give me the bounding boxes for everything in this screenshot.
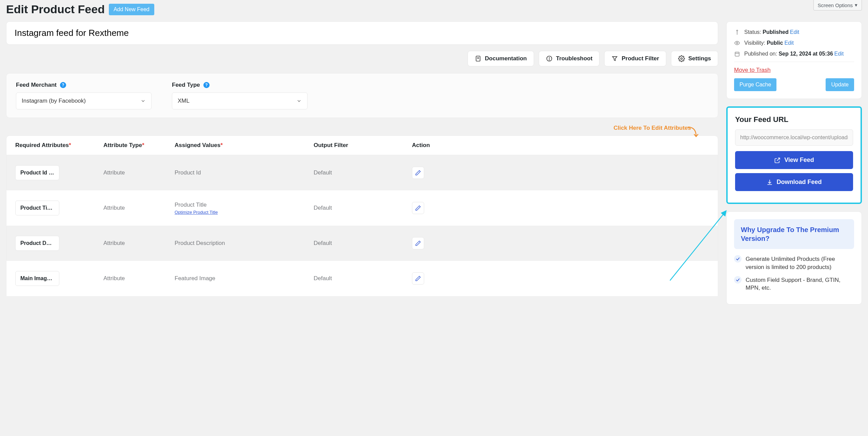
visibility-value: Public xyxy=(767,40,783,46)
feed-merchant-value: Instagram (by Facebook) xyxy=(22,98,86,104)
attribute-pill[interactable]: Main Image [… xyxy=(15,271,59,286)
attributes-table-header: Required Attributes* Attribute Type* Ass… xyxy=(6,136,718,155)
feed-type-select[interactable]: XML xyxy=(172,92,308,109)
assigned-value: Product TitleOptimize Product Title xyxy=(175,202,314,215)
troubleshoot-button[interactable]: Troubleshoot xyxy=(539,51,600,66)
feed-merchant-select[interactable]: Instagram (by Facebook) xyxy=(16,92,152,109)
edit-row-button[interactable] xyxy=(412,202,424,214)
chevron-down-icon: ▾ xyxy=(855,2,857,8)
assigned-value: Featured Image xyxy=(175,275,314,282)
upgrade-title: Why Upgrade To The Premium Version? xyxy=(741,225,847,243)
feed-merchant-label: Feed Merchant xyxy=(16,82,57,88)
pin-icon xyxy=(734,29,740,35)
output-filter-value: Default xyxy=(314,205,412,211)
settings-button[interactable]: Settings xyxy=(671,51,718,66)
edit-row-button[interactable] xyxy=(412,272,424,285)
gear-icon xyxy=(678,55,685,62)
screen-options-toggle[interactable]: Screen Options ▾ xyxy=(813,0,862,11)
merchant-panel: Feed Merchant ? Instagram (by Facebook) … xyxy=(6,73,718,118)
chevron-down-icon xyxy=(140,98,146,104)
published-on-edit-link[interactable]: Edit xyxy=(834,51,844,57)
col-assigned-values: Assigned Values xyxy=(175,142,220,148)
pencil-icon xyxy=(415,170,421,176)
pencil-icon xyxy=(415,275,421,282)
pencil-icon xyxy=(415,205,421,211)
visibility-edit-link[interactable]: Edit xyxy=(784,40,794,46)
attribute-pill[interactable]: Product Id [id] xyxy=(15,165,59,180)
status-label: Status: xyxy=(744,29,761,35)
edit-row-button[interactable] xyxy=(412,237,424,249)
table-row: Main Image [… Attribute Featured Image D… xyxy=(6,261,718,296)
attribute-type-value: Attribute xyxy=(103,275,175,282)
svg-point-7 xyxy=(680,58,682,60)
help-icon[interactable]: ? xyxy=(203,82,210,88)
optimize-title-link[interactable]: Optimize Product Title xyxy=(175,210,314,215)
status-value: Published xyxy=(763,29,788,35)
product-filter-button[interactable]: Product Filter xyxy=(604,51,666,66)
upgrade-box: Why Upgrade To The Premium Version? Gene… xyxy=(726,211,862,305)
col-attribute-type: Attribute Type xyxy=(103,142,142,148)
feed-type-value: XML xyxy=(178,98,190,104)
output-filter-value: Default xyxy=(314,169,412,176)
doc-icon xyxy=(475,55,481,62)
attribute-pill[interactable]: Product Desc… xyxy=(15,236,59,251)
page-title: Edit Product Feed xyxy=(6,3,105,16)
feed-title-input[interactable] xyxy=(15,28,710,38)
download-feed-button[interactable]: Download Feed xyxy=(735,173,853,191)
help-icon[interactable]: ? xyxy=(60,82,66,88)
attribute-type-value: Attribute xyxy=(103,205,175,211)
chevron-down-icon xyxy=(296,98,302,104)
table-row: Product Title … Attribute Product TitleO… xyxy=(6,190,718,226)
product-filter-label: Product Filter xyxy=(622,55,659,62)
screen-options-label: Screen Options xyxy=(818,2,853,8)
alert-icon xyxy=(546,55,553,62)
col-action: Action xyxy=(412,142,456,149)
assigned-value: Product Id xyxy=(175,169,314,176)
eye-icon xyxy=(734,40,740,46)
settings-label: Settings xyxy=(688,55,711,62)
svg-point-5 xyxy=(549,60,549,60)
view-feed-button[interactable]: View Feed xyxy=(735,151,853,169)
curved-arrow-icon xyxy=(686,125,699,139)
feed-url-box: Your Feed URL View Feed Download Feed xyxy=(726,106,862,204)
external-link-icon xyxy=(774,157,781,164)
published-on-label: Published on: xyxy=(744,51,777,57)
col-required-attributes: Required Attributes xyxy=(15,142,69,148)
svg-point-9 xyxy=(736,42,738,44)
svg-rect-10 xyxy=(735,52,739,56)
attribute-pill[interactable]: Product Title … xyxy=(15,201,59,215)
troubleshoot-label: Troubleshoot xyxy=(556,55,593,62)
calendar-icon xyxy=(734,51,740,57)
download-icon xyxy=(766,179,773,186)
pencil-icon xyxy=(415,240,421,246)
feed-url-title: Your Feed URL xyxy=(735,115,853,124)
publish-box: Status: PublishedEdit Visibility: Public… xyxy=(726,21,862,99)
svg-marker-6 xyxy=(613,57,617,61)
published-on-value: Sep 12, 2024 at 05:36 xyxy=(778,51,833,57)
edit-row-button[interactable] xyxy=(412,167,424,179)
documentation-button[interactable]: Documentation xyxy=(468,51,534,66)
purge-cache-button[interactable]: Purge Cache xyxy=(734,78,776,91)
feed-type-label: Feed Type xyxy=(172,82,200,88)
check-icon xyxy=(734,276,742,284)
filter-icon xyxy=(611,55,618,62)
documentation-label: Documentation xyxy=(485,55,527,62)
col-output-filter: Output Filter xyxy=(314,142,412,149)
status-edit-link[interactable]: Edit xyxy=(790,29,800,35)
add-new-feed-button[interactable]: Add New Feed xyxy=(109,4,154,15)
feed-url-input[interactable] xyxy=(735,129,853,146)
upgrade-list-item: Generate Unlimited Products (Free versio… xyxy=(734,255,854,271)
output-filter-value: Default xyxy=(314,275,412,282)
upgrade-list-item: Custom Field Support - Brand, GTIN, MPN,… xyxy=(734,276,854,292)
update-button[interactable]: Update xyxy=(826,78,854,91)
edit-attributes-hint: Click Here To Edit Attributes xyxy=(6,123,718,136)
attribute-type-value: Attribute xyxy=(103,240,175,247)
check-icon xyxy=(734,255,742,263)
download-feed-label: Download Feed xyxy=(776,179,822,186)
feed-title-input-wrap xyxy=(6,21,718,45)
table-row: Product Desc… Attribute Product Descript… xyxy=(6,226,718,261)
move-to-trash-link[interactable]: Move to Trash xyxy=(734,67,771,73)
view-feed-label: View Feed xyxy=(784,157,814,164)
assigned-value: Product Description xyxy=(175,240,314,247)
table-row: Product Id [id] Attribute Product Id Def… xyxy=(6,155,718,190)
